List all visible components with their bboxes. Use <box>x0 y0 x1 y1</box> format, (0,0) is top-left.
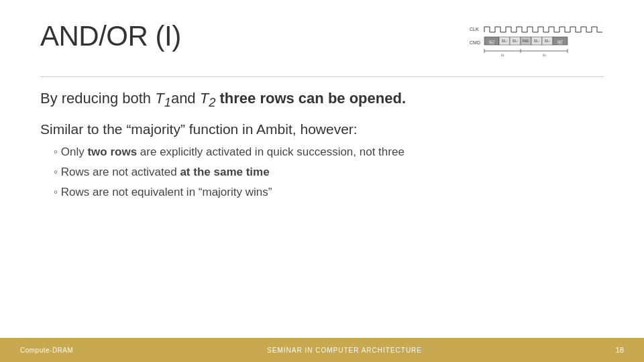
bullet-prefix-2: Rows are not activated <box>61 166 180 178</box>
formula2: T2 <box>200 90 216 107</box>
timing-diagram: CLK CMD ACT (R1) IDL- IDL- PRE- <box>470 23 604 71</box>
svg-text:IDL-: IDL- <box>513 40 519 43</box>
formula1: T1 <box>155 90 171 107</box>
svg-text:t₁: t₁ <box>501 53 504 57</box>
svg-text:PRE-: PRE- <box>523 40 530 43</box>
svg-text:t₂: t₂ <box>543 53 546 57</box>
bullet-list: Only two rows are explicitly activated i… <box>40 144 604 200</box>
footer-center: SEMINAR IN COMPUTER ARCHITECTURE <box>267 347 422 354</box>
main-suffix: three rows can be opened. <box>215 90 406 107</box>
list-item: Rows are not equivalent in “majority win… <box>54 184 604 200</box>
bullet-bold-2: at the same time <box>180 166 269 178</box>
list-item: Rows are not activated at the same time <box>54 164 604 180</box>
sub-heading: Similar to the “majority” function in Am… <box>40 121 604 137</box>
bullet-bold-1: two rows <box>87 145 137 158</box>
svg-text:CMD: CMD <box>470 40 480 45</box>
slide: AND/OR (I) CLK CMD ACT (R1) IDL- <box>0 0 644 362</box>
svg-text:(R2): (R2) <box>558 42 563 45</box>
title-area: AND/OR (I) CLK CMD ACT (R1) IDL- <box>40 20 604 77</box>
list-item: Only two rows are explicitly activated i… <box>54 144 604 160</box>
bullet-prefix-3: Rows are not equivalent in “majority win… <box>61 186 272 198</box>
svg-text:CLK: CLK <box>470 27 479 32</box>
main-prefix: By reducing both <box>40 90 155 107</box>
bullet-prefix-1: Only <box>61 145 88 158</box>
main-middle: and <box>171 90 200 107</box>
slide-title: AND/OR (I) <box>40 20 181 52</box>
bullet-suffix-1: are explicitly activated in quick succes… <box>137 145 405 158</box>
main-content: By reducing both T1and T2 three rows can… <box>40 89 604 200</box>
svg-text:IDL-: IDL- <box>545 40 551 43</box>
footer-page-number: 18 <box>616 346 624 354</box>
svg-text:IDL-: IDL- <box>502 40 508 43</box>
footer: Compute-DRAM SEMINAR IN COMPUTER ARCHITE… <box>0 338 644 362</box>
svg-text:(R1): (R1) <box>490 42 494 45</box>
footer-left: Compute-DRAM <box>20 347 73 354</box>
svg-text:IDL-: IDL- <box>534 40 540 43</box>
main-statement: By reducing both T1and T2 three rows can… <box>40 89 604 111</box>
